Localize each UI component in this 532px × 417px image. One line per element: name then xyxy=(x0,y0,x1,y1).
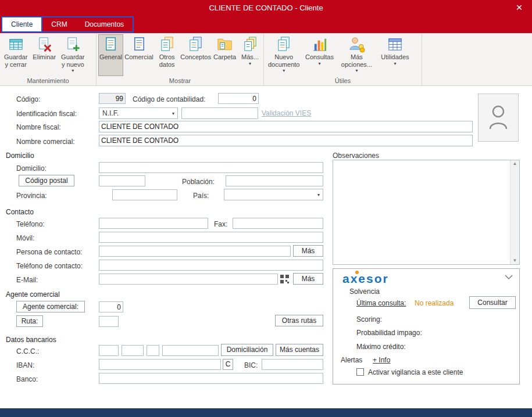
ribbon-group-mostrar: General Comercial Otros datos xyxy=(97,33,264,85)
guardar-y-cerrar-button[interactable]: Guardar y cerrar xyxy=(2,34,30,76)
telefono-contacto-input[interactable] xyxy=(99,260,323,271)
consultar-button[interactable]: Consultar xyxy=(469,296,516,309)
dropdown-arrow-icon: ▾ xyxy=(318,62,320,66)
ccc-input-3[interactable] xyxy=(147,345,159,356)
telefono-input[interactable] xyxy=(99,218,208,229)
nombre-comercial-input[interactable] xyxy=(99,135,473,146)
validacion-vies-link[interactable]: Validación VIES xyxy=(262,109,311,117)
save-close-icon xyxy=(8,36,24,53)
section-contacto: Contacto xyxy=(6,208,34,216)
codigo-contabilidad-field[interactable] xyxy=(218,93,259,104)
close-icon[interactable]: × xyxy=(511,1,527,14)
nombre-fiscal-input[interactable] xyxy=(99,121,473,132)
agente-comercial-button[interactable]: Agente comercial: xyxy=(16,301,85,312)
email-input[interactable] xyxy=(99,274,278,285)
dropdown-arrow-icon: ▾ xyxy=(394,62,396,66)
otras-rutas-button[interactable]: Otras rutas xyxy=(275,315,323,326)
agente-comercial-input[interactable] xyxy=(99,301,123,312)
codigo-postal-button[interactable]: Código postal xyxy=(19,175,74,186)
dropdown-arrow-icon: ▾ xyxy=(249,62,251,66)
domiciliacion-button[interactable]: Domiciliación xyxy=(221,344,273,356)
guardar-y-nuevo-button[interactable]: Guardar y nuevo ▾ xyxy=(59,34,87,76)
comercial-button[interactable]: Comercial xyxy=(124,34,154,76)
ccc-input-4[interactable] xyxy=(162,345,219,356)
ruta-button[interactable]: Ruta: xyxy=(16,315,43,327)
bar-chart-icon xyxy=(311,36,328,53)
banco-label: Banco: xyxy=(16,375,38,383)
nombre-fiscal-label: Nombre fiscal: xyxy=(16,123,61,131)
conceptos-icon xyxy=(187,36,204,53)
persona-contacto-input[interactable] xyxy=(99,246,291,257)
nif-input[interactable] xyxy=(181,107,258,119)
utilidades-button[interactable]: Utilidades ▾ xyxy=(377,34,413,76)
mas-opciones-button[interactable]: Más opciones... ▾ xyxy=(337,34,376,76)
mas-cuentas-button[interactable]: Más cuentas xyxy=(276,344,323,356)
persona-contacto-label: Persona de contacto: xyxy=(16,248,82,256)
codigo-field[interactable] xyxy=(99,93,126,104)
chevron-down-icon: ▾ xyxy=(317,192,320,197)
telefono-contacto-label: Teléfono de contacto: xyxy=(16,262,83,270)
axesor-logo: axesor xyxy=(342,272,389,286)
person-icon xyxy=(488,103,509,132)
window-bottom-frame xyxy=(0,408,532,417)
tab-cliente[interactable]: Cliente xyxy=(2,17,42,31)
table-grid-icon xyxy=(387,36,404,53)
nuevo-documento-button[interactable]: Nuevo documento ▾ xyxy=(266,34,302,76)
tab-crm[interactable]: CRM xyxy=(42,17,76,31)
window-title: CLIENTE DE CONTADO - Cliente xyxy=(209,3,323,12)
observaciones-box: ▲ ▼ xyxy=(333,160,520,265)
conceptos-button[interactable]: Conceptos xyxy=(180,34,212,76)
poblacion-input[interactable] xyxy=(226,175,323,186)
ccc-input-2[interactable] xyxy=(122,345,144,356)
scrollbar[interactable]: ▲ ▼ xyxy=(510,160,519,264)
delete-icon xyxy=(36,36,53,53)
comercial-icon xyxy=(131,36,148,53)
ccc-input-1[interactable] xyxy=(99,345,119,356)
ribbon-group-label: Útiles xyxy=(264,77,422,84)
general-icon xyxy=(102,36,119,53)
domicilio-input[interactable] xyxy=(99,162,323,173)
scroll-up-icon[interactable]: ▲ xyxy=(513,161,517,166)
fax-input[interactable] xyxy=(233,218,323,229)
iban-input[interactable] xyxy=(99,359,221,370)
mas-button[interactable]: Más... ▾ xyxy=(238,34,262,76)
codigo-postal-input[interactable] xyxy=(99,175,145,186)
ruta-input[interactable] xyxy=(99,316,119,327)
section-domicilio: Domicilio xyxy=(6,152,34,160)
bic-label: BIC: xyxy=(244,361,258,369)
consultas-button[interactable]: Consultas ▾ xyxy=(302,34,336,76)
collapse-chevron-icon[interactable] xyxy=(504,274,513,282)
observaciones-textarea[interactable] xyxy=(333,160,510,264)
provincia-input[interactable] xyxy=(112,189,177,200)
scroll-down-icon[interactable]: ▼ xyxy=(513,258,517,263)
pais-select[interactable]: ▾ xyxy=(224,189,323,200)
vigilancia-checkbox[interactable] xyxy=(356,368,364,376)
ultima-consulta-link[interactable]: Última consulta: xyxy=(356,299,406,307)
info-link[interactable]: + Info xyxy=(373,356,390,364)
ribbon: Guardar y cerrar Eliminar Guardar y nuev… xyxy=(0,33,532,86)
tab-documentos[interactable]: Documentos xyxy=(76,17,133,31)
email-label: E-Mail: xyxy=(16,276,38,284)
dropdown-arrow-icon: ▾ xyxy=(355,69,358,73)
maximo-credito-label: Máximo crédito: xyxy=(356,343,406,351)
carpeta-button[interactable]: Carpeta xyxy=(212,34,237,76)
mas-email-button[interactable]: Más xyxy=(293,273,323,285)
qr-code-icon[interactable] xyxy=(280,275,289,285)
otros-datos-button[interactable]: Otros datos xyxy=(155,34,179,76)
photo-placeholder[interactable] xyxy=(478,94,519,142)
codigo-contabilidad-label: Código de contabilidad: xyxy=(133,95,205,103)
probabilidad-impago-label: Probabilidad impago: xyxy=(356,329,422,337)
provincia-label: Provincia: xyxy=(16,192,47,200)
otros-datos-icon xyxy=(159,36,176,53)
movil-input[interactable] xyxy=(99,232,323,243)
ribbon-tab-strip: Cliente CRM Documentos xyxy=(0,16,532,33)
iban-c-button[interactable]: C xyxy=(223,359,233,370)
new-document-icon xyxy=(276,36,292,53)
banco-input[interactable] xyxy=(99,373,323,384)
mas-persona-button[interactable]: Más xyxy=(293,245,323,257)
eliminar-button[interactable]: Eliminar xyxy=(30,34,58,76)
scoring-label: Scoring: xyxy=(356,315,382,323)
general-button[interactable]: General xyxy=(98,34,123,76)
identificacion-fiscal-select[interactable]: N.I.F. ▾ xyxy=(99,107,178,119)
bic-input[interactable] xyxy=(262,359,323,370)
